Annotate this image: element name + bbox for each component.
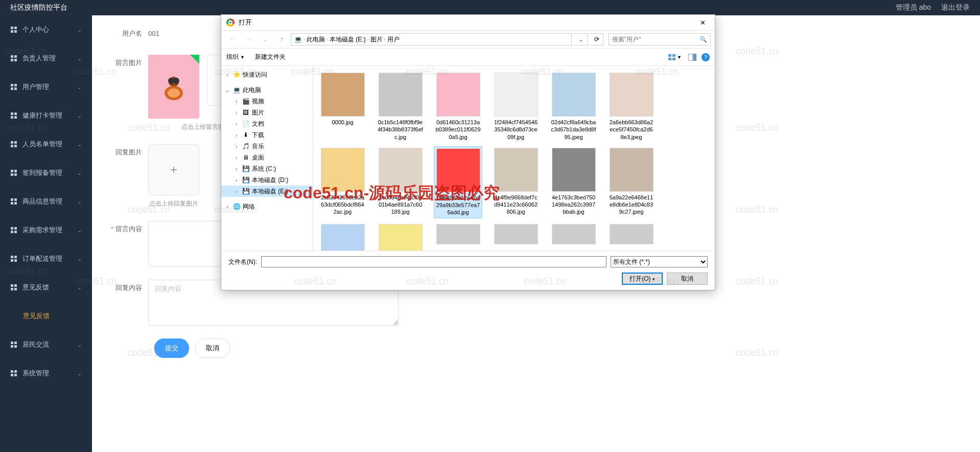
file-item[interactable]: 5d5ff5e6a30030a20ab0c5dc523ec623b.jpg	[318, 222, 367, 251]
tree-item[interactable]: ›💾本地磁盘 (E:)	[221, 186, 313, 197]
breadcrumb-item[interactable]: 图片	[370, 35, 383, 44]
breadcrumb-item[interactable]: 此电脑	[307, 35, 325, 44]
file-item[interactable]: 1f2484cf745454635348c6d8d73ce09f.jpg	[492, 71, 540, 142]
organize-menu[interactable]: 组织 ▼	[226, 53, 245, 61]
expand-icon[interactable]: ›	[234, 177, 240, 183]
sidebar-item-5[interactable]: 签到报备管理⌄	[0, 159, 92, 187]
nav-forward-button[interactable]: →	[242, 33, 256, 46]
tree-item[interactable]: ›🖼图片	[221, 107, 313, 118]
sidebar-item-1[interactable]: 负责人管理⌄	[0, 44, 92, 73]
sidebar-item-2[interactable]: 用户管理⌄	[0, 73, 92, 101]
tree-item[interactable]: ›🎵音乐	[221, 141, 313, 152]
sidebar-item-11[interactable]: 居民交流⌄	[0, 330, 92, 359]
breadcrumb-item[interactable]: 本地磁盘 (E:)	[330, 35, 366, 44]
tree-item[interactable]: ›💾本地磁盘 (D:)	[221, 174, 313, 186]
tree-item[interactable]: ›⬇下载	[221, 129, 313, 141]
reply-image-upload[interactable]: +	[148, 144, 199, 195]
file-item[interactable]: 0d61460c31213ab0389ec011f06290a5.jpg	[434, 71, 482, 142]
sidebar-item-10[interactable]: 意见反馈	[0, 302, 92, 330]
tree-item[interactable]: ›⭐快速访问	[221, 69, 313, 80]
breadcrumb-item[interactable]: 用户	[387, 35, 400, 44]
msg-image-preview[interactable]	[148, 55, 199, 119]
sidebar-item-12[interactable]: 系统管理⌄	[0, 359, 92, 388]
chevron-down-icon: ⌄	[77, 227, 82, 234]
tree-item[interactable]: ›🌐网络	[221, 201, 313, 212]
file-item[interactable]: 0c1b5c148f0fbf9e4f34b38b8373f6efc.jpg	[376, 71, 425, 142]
open-button[interactable]: 打开(O) ▾	[622, 273, 663, 285]
sidebar-item-6[interactable]: 商品信息管理⌄	[0, 187, 92, 216]
file-item[interactable]: 5e1e4f6dedb8980c9285503eef35dba.jpeg	[376, 222, 425, 251]
admin-label[interactable]: 管理员 abo	[896, 3, 931, 12]
svg-rect-26	[11, 202, 13, 205]
svg-rect-27	[14, 202, 17, 205]
file-item[interactable]: 4e1763c3bed7501498ea262c3997bbab.jpg	[549, 146, 598, 218]
file-name: 4c4f9e9668def7cd9411e23c66062806.jpg	[493, 194, 539, 216]
download-icon: ⬇	[242, 131, 250, 139]
sidebar-item-4[interactable]: 人员名单管理⌄	[0, 130, 92, 159]
new-folder-button[interactable]: 新建文件夹	[255, 53, 286, 61]
breadcrumb-dropdown[interactable]: ⌄	[574, 33, 588, 46]
breadcrumb[interactable]: 💻 › 此电脑 › 本地磁盘 (E:) › 图片 › 用户	[291, 33, 572, 46]
file-name: 02d42cf8a649cbac3d67b1da3e8d8f95.jpeg	[551, 119, 596, 141]
tree-item[interactable]: ›💾系统 (C:)	[221, 163, 313, 174]
expand-icon[interactable]: ›	[224, 72, 230, 78]
expand-icon[interactable]: ›	[234, 166, 240, 172]
file-name: 2a6ebb663d86a2ece5f7450fca2d68e3.jpeg	[609, 119, 654, 141]
file-name: 0d61460c31213ab0389ec011f06290a5.jpg	[435, 119, 481, 141]
expand-icon[interactable]: ›	[234, 189, 240, 194]
expand-icon[interactable]: ›	[234, 110, 240, 116]
tree-item[interactable]: ⌄💻此电脑	[221, 84, 313, 96]
expand-icon[interactable]: ⌄	[224, 87, 230, 93]
nav-back-button[interactable]: ←	[225, 33, 240, 46]
nav-up-button[interactable]: ↑	[274, 33, 289, 46]
tree-item[interactable]: ›📄文档	[221, 118, 313, 129]
sidebar-item-label: 订单配送管理	[22, 254, 77, 263]
search-input[interactable]	[612, 36, 699, 43]
sidebar-item-label: 意见反馈	[22, 283, 77, 292]
cancel-button[interactable]: 取消	[195, 338, 230, 358]
file-item[interactable]: 4c4f9e9668def7cd9411e23c66062806.jpg	[492, 146, 540, 218]
file-item[interactable]: 5a9a22e6468e11e8db6e1e804c839c27.jpeg	[607, 146, 656, 218]
expand-icon[interactable]: ›	[234, 144, 240, 149]
dialog-cancel-button[interactable]: 取消	[667, 273, 708, 285]
svg-rect-21	[14, 170, 17, 172]
sidebar-item-0[interactable]: 个人中心⌄	[0, 15, 92, 44]
file-item[interactable]: 2a6ebb663d86a2ece5f7450fca2d68e3.jpeg	[607, 71, 656, 142]
file-item[interactable]: 0000.jpg	[318, 71, 367, 142]
tree-item[interactable]: ›🎬视频	[221, 96, 313, 107]
sidebar-item-3[interactable]: 健康打卡管理⌄	[0, 101, 92, 130]
sidebar-item-7[interactable]: 采购需求管理⌄	[0, 216, 92, 244]
expand-icon[interactable]: ›	[234, 132, 240, 138]
file-item[interactable]: 04e45f0b22a47e29a9b33e577ea76add.jpg	[434, 146, 482, 218]
help-icon[interactable]: ?	[702, 53, 710, 61]
file-item[interactable]: 2cb2342698eb2a63dcf065bdcf8642ac.jpg	[318, 146, 367, 218]
logout-link[interactable]: 退出登录	[941, 3, 970, 12]
chevron-down-icon: ⌄	[77, 198, 82, 205]
nav-recent-button[interactable]: ⌄	[258, 33, 272, 46]
dialog-close-button[interactable]: ✕	[696, 17, 710, 29]
search-box[interactable]: 🔍	[609, 33, 711, 46]
filename-input[interactable]	[261, 256, 606, 267]
drive-icon: 💾	[242, 165, 250, 173]
refresh-button[interactable]: ⟳	[590, 33, 603, 46]
file-item[interactable]	[607, 222, 656, 251]
file-item[interactable]: 3e0394ee94fcf0a01b4ae891a7c60189.jpg	[376, 146, 425, 218]
file-thumbnail	[494, 73, 538, 117]
file-item[interactable]	[434, 222, 482, 251]
svg-rect-58	[693, 54, 696, 61]
sidebar-item-8[interactable]: 订单配送管理⌄	[0, 244, 92, 273]
chevron-down-icon: ⌄	[77, 112, 82, 119]
file-item[interactable]: 02d42cf8a649cbac3d67b1da3e8d8f95.jpeg	[549, 71, 598, 142]
expand-icon[interactable]: ›	[234, 121, 240, 127]
file-item[interactable]	[492, 222, 540, 251]
submit-button[interactable]: 提交	[154, 338, 189, 358]
expand-icon[interactable]: ›	[224, 204, 230, 210]
filetype-select[interactable]: 所有文件 (*.*)	[611, 256, 708, 267]
view-mode-button[interactable]: ▼	[666, 52, 683, 62]
tree-item[interactable]: ›🖥桌面	[221, 152, 313, 163]
expand-icon[interactable]: ›	[234, 99, 240, 104]
file-item[interactable]	[549, 222, 598, 251]
expand-icon[interactable]: ›	[234, 155, 240, 161]
sidebar-item-9[interactable]: 意见反馈⌄	[0, 273, 92, 302]
preview-pane-button[interactable]	[688, 54, 696, 61]
